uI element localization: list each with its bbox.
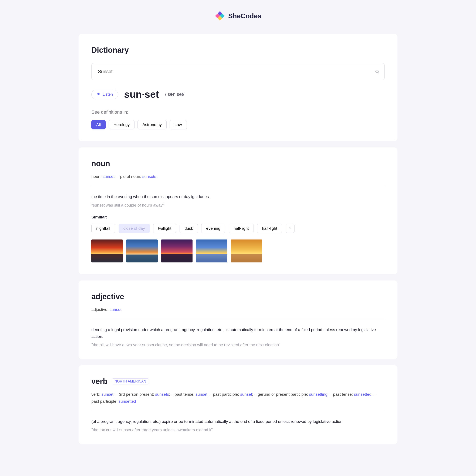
definition-noun: the time in the evening when the sun dis… [91, 193, 385, 200]
logo-header: SheCodes [79, 11, 397, 21]
chevron-down-icon [288, 226, 292, 230]
pronunciation: /ˈsənˌset/ [165, 92, 185, 97]
search-card: Dictionary Listen sun·set [79, 34, 397, 141]
similar-chip[interactable]: half-light [229, 224, 254, 233]
search-input[interactable] [91, 63, 385, 80]
definition-verb: (of a program, agency, regulation, etc.)… [91, 418, 385, 425]
svg-point-4 [376, 70, 378, 73]
category-astronomy[interactable]: Astronomy [137, 120, 167, 129]
similar-chip[interactable]: evening [201, 224, 225, 233]
categories-label: See definitions in: [91, 109, 385, 115]
listen-row: Listen sun·set /ˈsənˌset/ [91, 89, 385, 100]
similar-chip[interactable]: dusk [180, 224, 198, 233]
similar-label: Similiar: [91, 215, 385, 220]
brand-name: SheCodes [228, 12, 261, 20]
shecodes-logo-icon [215, 11, 225, 21]
pos-title-verb: verb NORTH AMERICAN [91, 377, 385, 386]
similar-row: nightfallclose of daytwillightduskevenin… [91, 224, 385, 233]
definition-adjective: denoting a legal provision under which a… [91, 326, 385, 340]
entry-verb: verb NORTH AMERICAN verb: sunset; – 3rd … [79, 365, 397, 444]
pos-title-adjective: adjective [91, 292, 385, 301]
forms-verb: verb: sunset; – 3rd person present: suns… [91, 391, 385, 411]
forms-adjective: adjective: sunset; [91, 306, 385, 319]
images-row [91, 239, 385, 262]
category-law[interactable]: Law [170, 120, 187, 129]
sunset-thumbnail[interactable] [161, 239, 192, 262]
listen-button[interactable]: Listen [91, 90, 118, 99]
example-verb: "the tax cut will sunset after three yea… [91, 427, 385, 432]
speaker-icon [97, 92, 101, 97]
forms-noun: noun: sunset; – plural noun: sunsets; [91, 173, 385, 186]
search-icon[interactable] [375, 69, 379, 74]
page-title: Dictionary [91, 46, 385, 55]
similar-chip[interactable]: close of day [119, 224, 150, 233]
example-adjective: "the bill will have a two-year sunset cl… [91, 342, 385, 347]
similar-chip[interactable]: twillight [153, 224, 176, 233]
category-horology[interactable]: Horology [109, 120, 135, 129]
search-wrap [91, 63, 385, 80]
region-tag: NORTH AMERICAN [112, 378, 149, 384]
sunset-thumbnail[interactable] [126, 239, 158, 262]
sunset-thumbnail[interactable] [231, 239, 262, 262]
similar-chip[interactable]: half-light [257, 224, 282, 233]
svg-line-5 [378, 72, 379, 73]
sunset-thumbnail[interactable] [91, 239, 123, 262]
sunset-thumbnail[interactable] [196, 239, 227, 262]
entry-adjective: adjective adjective: sunset; denoting a … [79, 280, 397, 359]
category-all[interactable]: All [91, 120, 106, 129]
example-noun: "sunset was still a couple of hours away… [91, 203, 385, 208]
pos-title-noun: noun [91, 159, 385, 168]
entry-noun: noun noun: sunset; – plural noun: sunset… [79, 148, 397, 274]
categories-row: AllHorologyAstronomyLaw [91, 120, 385, 129]
expand-similar-button[interactable] [286, 224, 294, 233]
similar-chip[interactable]: nightfall [91, 224, 115, 233]
listen-label: Listen [103, 92, 113, 97]
word-display: sun·set [124, 89, 159, 100]
